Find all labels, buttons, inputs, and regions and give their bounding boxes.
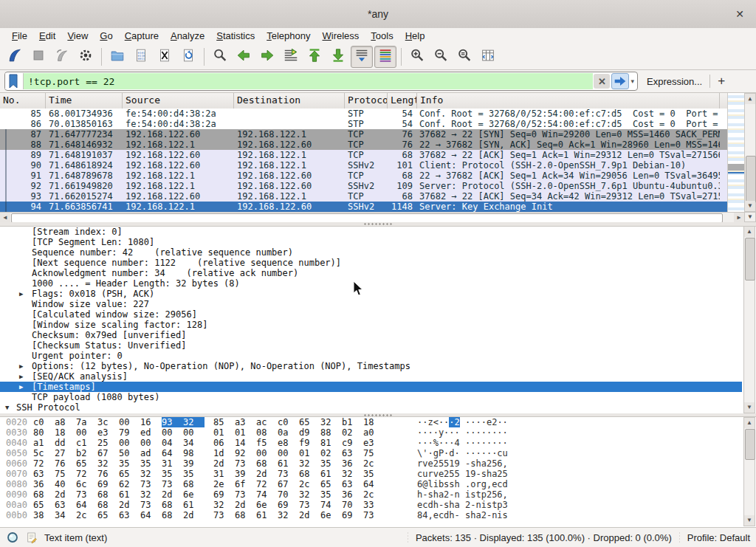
hex-row[interactable]: 006072766532353531392d7368613235362crve2… <box>0 458 756 469</box>
open-file-button[interactable] <box>106 46 128 68</box>
hex-row[interactable]: 00a0656364682d736861322d6e6973747033ecdh… <box>0 500 756 510</box>
expert-info-button[interactable] <box>6 531 19 544</box>
detail-line[interactable]: [Window size scaling factor: 128] <box>0 320 756 330</box>
resize-columns-button[interactable] <box>477 46 499 68</box>
scroll-right-icon[interactable]: ▶ <box>734 213 744 222</box>
detail-line[interactable]: 1000 .... = Header Length: 32 bytes (8) <box>0 278 756 289</box>
menu-item-help[interactable]: Help <box>399 29 431 43</box>
capture-options-button[interactable] <box>75 46 97 68</box>
column-header-time[interactable]: Time <box>46 93 123 109</box>
expanded-arrow-icon[interactable]: ▼ <box>5 402 9 413</box>
column-header-source[interactable]: Source <box>123 93 234 109</box>
status-profile[interactable]: Profile: Default <box>687 532 750 543</box>
detail-line[interactable]: Window size value: 227 <box>0 299 756 309</box>
scrollbar-thumb[interactable] <box>746 156 756 203</box>
auto-scroll-button[interactable] <box>351 46 373 68</box>
zoom-reset-button[interactable] <box>453 46 475 68</box>
reload-file-button[interactable] <box>177 46 199 68</box>
detail-line[interactable]: ▶[SEQ/ACK analysis] <box>0 371 756 382</box>
collapsed-arrow-icon[interactable]: ▶ <box>19 371 23 382</box>
menu-item-go[interactable]: Go <box>94 29 118 43</box>
clear-filter-button[interactable]: ✕ <box>594 74 610 89</box>
packet-row[interactable]: 8871.648146932192.168.122.1192.168.122.6… <box>0 140 727 150</box>
packet-row[interactable]: 9271.661949820192.168.122.1192.168.122.6… <box>0 181 727 191</box>
hex-row[interactable]: 008036406c69627373682e6f72672c6563646@li… <box>0 479 756 489</box>
column-header-info[interactable]: Info <box>417 93 720 109</box>
scrollbar-thumb[interactable] <box>745 238 755 281</box>
hex-row[interactable]: 00505c27b26750ad64981d92000001026375\'·g… <box>0 448 756 458</box>
collapsed-arrow-icon[interactable]: ▶ <box>19 361 23 371</box>
filter-bookmark-button[interactable] <box>5 73 24 89</box>
packet-row[interactable]: 9071.648618924192.168.122.60192.168.122.… <box>0 160 727 171</box>
packet-list-vscrollbar[interactable]: ▲ ▼ <box>744 93 756 212</box>
go-to-packet-button[interactable] <box>280 46 302 68</box>
scrollbar-thumb[interactable] <box>745 429 755 460</box>
scroll-up-icon[interactable]: ▲ <box>744 418 755 428</box>
display-filter-input[interactable] <box>24 73 593 89</box>
detail-line[interactable]: Checksum: 0x79ed [unverified] <box>0 330 756 340</box>
packet-row[interactable]: 9171.648789678192.168.122.1192.168.122.6… <box>0 171 727 181</box>
menu-item-edit[interactable]: Edit <box>33 29 61 43</box>
detail-line[interactable]: ▶Options: (12 bytes), No-Operation (NOP)… <box>0 361 756 371</box>
find-packet-button[interactable] <box>209 46 231 68</box>
collapsed-arrow-icon[interactable]: ▶ <box>19 289 23 299</box>
collapsed-arrow-icon[interactable]: ▶ <box>19 382 23 392</box>
column-header-length[interactable]: Length <box>388 93 417 109</box>
go-last-button[interactable] <box>327 46 349 68</box>
column-header-protocol[interactable]: Protocol <box>345 93 388 109</box>
apply-filter-button[interactable] <box>611 73 629 89</box>
title-bar[interactable]: *any ✕ <box>0 0 756 29</box>
add-filter-button[interactable]: + <box>718 74 725 89</box>
scroll-up-icon[interactable]: ▲ <box>744 227 755 237</box>
packet-row[interactable]: 8771.647777234192.168.122.60192.168.122.… <box>0 129 727 140</box>
go-back-button[interactable] <box>233 46 255 68</box>
detail-line[interactable]: [Next sequence number: 1122 (relative se… <box>0 258 756 268</box>
zoom-out-button[interactable] <box>430 46 452 68</box>
save-file-button[interactable]: 010101100011 <box>130 46 152 68</box>
hex-row[interactable]: 0020c0a87a3c0016933285a3acc06532b118··z<… <box>0 417 756 427</box>
column-header-destination[interactable]: Destination <box>234 93 345 109</box>
menu-item-tools[interactable]: Tools <box>365 29 399 43</box>
close-file-button[interactable] <box>154 46 176 68</box>
scroll-left-icon[interactable]: ◀ <box>0 213 10 222</box>
detail-line[interactable]: Acknowledgment number: 34 (relative ack … <box>0 268 756 278</box>
menu-item-view[interactable]: View <box>61 29 94 43</box>
detail-line[interactable]: [Stream index: 0] <box>0 227 756 237</box>
packet-list-hscrollbar[interactable]: ◀ ▶ <box>0 212 744 223</box>
zoom-in-button[interactable] <box>406 46 428 68</box>
restart-capture-button[interactable] <box>51 46 73 68</box>
menu-item-analyze[interactable]: Analyze <box>165 29 210 43</box>
detail-line[interactable]: Sequence number: 42 (relative sequence n… <box>0 247 756 258</box>
hex-row[interactable]: 00b038342c656364682d736861322d6e697384,e… <box>0 510 756 520</box>
scroll-down-icon[interactable]: ▼ <box>744 515 755 526</box>
go-forward-button[interactable] <box>256 46 278 68</box>
packet-row[interactable]: 8971.648191037192.168.122.60192.168.122.… <box>0 150 727 160</box>
detail-line[interactable]: ▼SSH Protocol <box>0 402 756 413</box>
stop-capture-button[interactable] <box>27 46 49 68</box>
colorize-button[interactable] <box>374 46 396 68</box>
column-header-no[interactable]: No. <box>0 93 46 109</box>
packet-row[interactable]: 9371.662015274192.168.122.60192.168.122.… <box>0 191 727 202</box>
hex-row[interactable]: 0040a1ddc125000004340614f5e8f981c9e3···%… <box>0 438 756 448</box>
intelligent-scrollbar-minimap[interactable] <box>727 93 745 212</box>
menu-item-wireless[interactable]: Wireless <box>317 29 365 43</box>
go-first-button[interactable] <box>303 46 326 68</box>
capture-comment-button[interactable] <box>25 531 38 544</box>
detail-line[interactable]: [Calculated window size: 29056] <box>0 309 756 320</box>
bytes-vscrollbar[interactable]: ▲ ▼ <box>743 417 755 526</box>
packet-row[interactable]: 8670.013850163fe:54:00:d4:38:2aSTP54Conf… <box>0 119 727 129</box>
menu-item-file[interactable]: File <box>6 29 33 43</box>
expression-button[interactable]: Expression... <box>647 76 702 87</box>
detail-line[interactable]: ▶[Timestamps] <box>0 382 742 392</box>
scroll-down-icon[interactable]: ▼ <box>745 201 755 211</box>
menu-item-capture[interactable]: Capture <box>119 29 165 43</box>
menu-item-statistics[interactable]: Statistics <box>210 29 261 43</box>
start-capture-button[interactable] <box>4 46 26 68</box>
hex-row[interactable]: 0070637572766532353531392d7368613235curv… <box>0 469 756 479</box>
packet-row[interactable]: 9471.663856741192.168.122.1192.168.122.6… <box>0 202 727 212</box>
filter-history-dropdown[interactable]: ▾ <box>630 78 637 85</box>
packet-row[interactable]: 8568.001734936fe:54:00:d4:38:2aSTP54Conf… <box>0 109 727 119</box>
detail-line[interactable]: [Checksum Status: Unverified] <box>0 340 756 351</box>
detail-line[interactable]: Urgent pointer: 0 <box>0 351 756 361</box>
menu-item-telephony[interactable]: Telephony <box>261 29 316 43</box>
